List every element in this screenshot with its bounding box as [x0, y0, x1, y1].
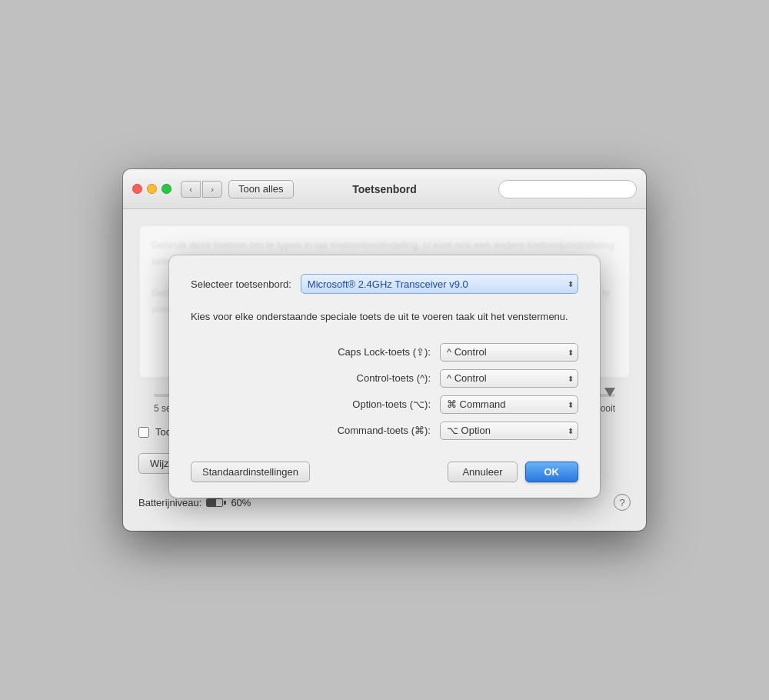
modal-actions-right: Annuleer OK: [448, 462, 578, 482]
command-select-wrapper: ⌥ Option ⬍: [440, 422, 578, 440]
control-row: Control-toets (^): ^ Control ⬍: [191, 369, 578, 388]
caps-lock-select-wrapper: ^ Control ⬍: [440, 343, 578, 362]
keyboard-selector-row: Selecteer toetsenbord: Microsoft® 2.4GHz…: [191, 274, 578, 294]
modifier-rows: Caps Lock-toets (⇪): ^ Control ⬍ Control…: [191, 343, 578, 440]
ok-button[interactable]: OK: [525, 462, 579, 482]
search-wrapper: 🔍: [498, 180, 637, 198]
traffic-lights: [132, 184, 171, 194]
show-all-button[interactable]: Toon alles: [228, 180, 294, 198]
main-window: ‹ › Toon alles Toetsenbord 🔍 Gebruik dez…: [123, 169, 646, 531]
command-select[interactable]: ⌥ Option: [440, 422, 578, 440]
modal-actions: Standaardinstellingen Annuleer OK: [191, 462, 578, 482]
modal-overlay: Selecteer toetsenbord: Microsoft® 2.4GHz…: [123, 209, 646, 531]
control-label: Control-toets (^):: [277, 372, 431, 384]
minimize-button[interactable]: [147, 184, 157, 194]
option-label: Option-toets (⌥):: [277, 398, 431, 410]
defaults-button[interactable]: Standaardinstellingen: [191, 462, 310, 482]
keyboard-select[interactable]: Microsoft® 2.4GHz Transceiver v9.0: [301, 274, 578, 294]
back-button[interactable]: ‹: [181, 181, 201, 198]
caps-lock-row: Caps Lock-toets (⇪): ^ Control ⬍: [191, 343, 578, 362]
option-row: Option-toets (⌥): ⌘ Command ⬍: [191, 395, 578, 414]
caps-lock-label: Caps Lock-toets (⇪):: [277, 346, 431, 358]
option-select[interactable]: ⌘ Command: [440, 395, 578, 414]
caps-lock-select[interactable]: ^ Control: [440, 343, 578, 362]
modal-dialog: Selecteer toetsenbord: Microsoft® 2.4GHz…: [169, 255, 600, 498]
control-select[interactable]: ^ Control: [440, 369, 578, 388]
search-input[interactable]: [498, 180, 637, 198]
command-row: Command-toets (⌘): ⌥ Option ⬍: [191, 422, 578, 440]
control-select-wrapper: ^ Control ⬍: [440, 369, 578, 388]
command-label: Command-toets (⌘):: [277, 425, 431, 436]
cancel-button[interactable]: Annuleer: [448, 462, 517, 482]
keyboard-select-label: Selecteer toetsenbord:: [191, 278, 291, 290]
window-title: Toetsenbord: [352, 183, 417, 195]
modal-description: Kies voor elke onderstaande speciale toe…: [191, 309, 578, 325]
titlebar: ‹ › Toon alles Toetsenbord 🔍: [123, 169, 646, 209]
forward-button[interactable]: ›: [202, 181, 222, 198]
option-select-wrapper: ⌘ Command ⬍: [440, 395, 578, 414]
nav-buttons: ‹ ›: [181, 181, 222, 198]
content-area: Gebruik deze toetsen om te typen in uw t…: [123, 209, 646, 531]
maximize-button[interactable]: [161, 184, 171, 194]
close-button[interactable]: [132, 184, 142, 194]
keyboard-select-wrapper: Microsoft® 2.4GHz Transceiver v9.0 ⬍: [301, 274, 578, 294]
